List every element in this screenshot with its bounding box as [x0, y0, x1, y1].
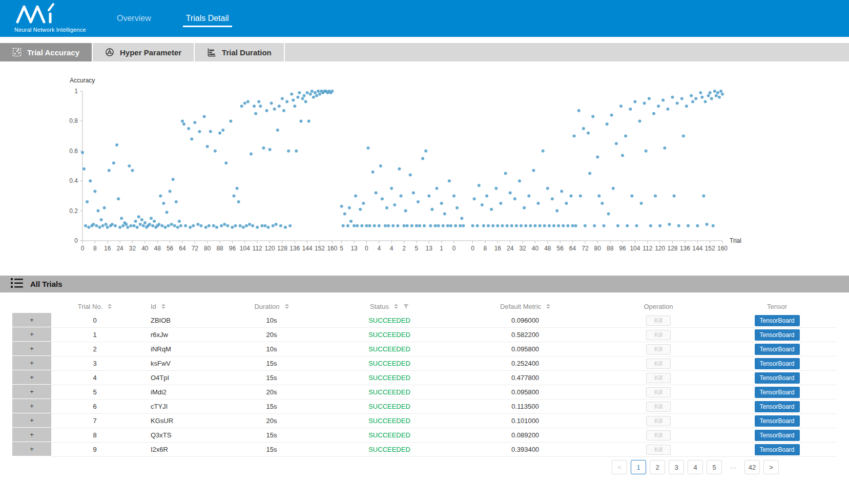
kill-button[interactable]: Kill	[646, 430, 671, 440]
page-button[interactable]: 42	[744, 460, 760, 474]
expand-row-button[interactable]: +	[12, 413, 51, 428]
tensorboard-button[interactable]: TensorBoard	[755, 344, 800, 355]
trial-no-cell: 4	[51, 371, 138, 385]
kill-button[interactable]: Kill	[646, 416, 671, 426]
tensorboard-button[interactable]: TensorBoard	[755, 444, 800, 455]
page-button[interactable]: 4	[688, 460, 703, 474]
tensorboard-button[interactable]: TensorBoard	[755, 401, 800, 412]
tensor-cell: TensorBoard	[717, 400, 837, 413]
expand-row-button[interactable]: +	[12, 342, 51, 356]
tensor-cell: TensorBoard	[717, 371, 837, 385]
nav-tab-trials-detail[interactable]: Trials Detail	[183, 7, 232, 30]
tensorboard-button[interactable]: TensorBoard	[755, 372, 800, 384]
expand-row-button[interactable]: +	[12, 385, 51, 400]
page-button[interactable]: 3	[669, 460, 684, 474]
expand-row-button[interactable]: +	[12, 399, 51, 414]
svg-text:152: 152	[315, 245, 325, 252]
expand-row-button[interactable]: +	[12, 428, 51, 443]
table-row: + 0 ZBIOB 10s SUCCEEDED 0.096000 Kill Te…	[12, 313, 837, 328]
metric-cell: 0.582200	[451, 328, 599, 342]
accuracy-scatter-chart[interactable]: 00.20.40.60.8108162432404856647280889610…	[0, 67, 849, 271]
tensorboard-button[interactable]: TensorBoard	[755, 315, 800, 326]
svg-text:112: 112	[643, 245, 652, 252]
kill-button[interactable]: Kill	[646, 344, 671, 354]
trial-no-cell: 3	[51, 356, 138, 370]
tensorboard-button[interactable]: TensorBoard	[755, 387, 800, 398]
expand-row-button[interactable]: +	[12, 356, 51, 371]
expand-row-button[interactable]: +	[12, 327, 51, 342]
column-header-tensor: Tensor	[717, 299, 837, 313]
duration-cell: 10s	[215, 313, 328, 327]
sort-icon[interactable]	[108, 304, 112, 309]
svg-text:4: 4	[377, 245, 381, 252]
sort-icon[interactable]	[161, 304, 165, 309]
column-header-trial-no[interactable]: Trial No.	[51, 299, 138, 313]
kill-button[interactable]: Kill	[646, 402, 671, 412]
page-button[interactable]: 1	[631, 460, 646, 474]
subtab-hyper-parameter[interactable]: Hyper Parameter	[93, 43, 195, 61]
tensorboard-button[interactable]: TensorBoard	[755, 415, 800, 427]
duration-cell: 15s	[215, 356, 328, 370]
page-ellipsis: ···	[726, 460, 741, 474]
nav-tab-overview[interactable]: Overview	[114, 7, 154, 30]
prev-page-button[interactable]: <	[612, 460, 627, 474]
metric-cell: 0.096000	[451, 313, 599, 327]
table-row: + 6 cTYJI 15s SUCCEEDED 0.113500 Kill Te…	[12, 400, 837, 414]
svg-text:16: 16	[104, 245, 111, 252]
tensorboard-button[interactable]: TensorBoard	[755, 430, 800, 441]
next-page-button[interactable]: >	[763, 460, 779, 474]
sort-icon[interactable]	[546, 304, 550, 309]
subtab-trial-duration[interactable]: Trial Duration	[195, 43, 285, 61]
kill-button[interactable]: Kill	[646, 330, 671, 340]
expand-row-button[interactable]: +	[12, 442, 51, 457]
status-cell: SUCCEEDED	[328, 371, 451, 385]
column-header-duration[interactable]: Duration	[215, 299, 328, 313]
svg-text:88: 88	[607, 245, 614, 252]
kill-button[interactable]: Kill	[646, 445, 671, 455]
trial-no-cell: 0	[51, 313, 138, 327]
kill-button[interactable]: Kill	[646, 316, 671, 326]
column-header-id[interactable]: Id	[138, 299, 215, 313]
kill-button[interactable]: Kill	[646, 359, 671, 369]
kill-button[interactable]: Kill	[646, 387, 671, 397]
column-header-default-metric[interactable]: Default Metric	[451, 299, 599, 313]
column-header-status[interactable]: Status	[328, 299, 451, 313]
svg-text:80: 80	[594, 245, 602, 252]
svg-text:0: 0	[81, 245, 85, 252]
subtab-trial-accuracy[interactable]: Trial Accuracy	[0, 43, 93, 61]
status-cell: SUCCEEDED	[328, 428, 451, 442]
tensorboard-button[interactable]: TensorBoard	[755, 329, 800, 341]
expand-row-button[interactable]: +	[12, 313, 51, 328]
nav-tabs: Overview Trials Detail	[114, 0, 232, 37]
svg-text:Accuracy: Accuracy	[70, 77, 95, 84]
svg-text:144: 144	[692, 245, 702, 252]
page-button[interactable]: 5	[707, 460, 722, 474]
duration-cell: 15s	[215, 428, 328, 442]
chart-canvas[interactable]: 00.20.40.60.8108162432404856647280889610…	[0, 67, 849, 271]
svg-text:5: 5	[415, 245, 419, 252]
page-button[interactable]: 2	[650, 460, 665, 474]
svg-text:56: 56	[557, 245, 564, 252]
svg-text:40: 40	[532, 245, 539, 252]
svg-text:128: 128	[277, 245, 287, 252]
svg-text:48: 48	[544, 245, 551, 252]
status-cell: SUCCEEDED	[328, 414, 451, 428]
sort-icon[interactable]	[285, 304, 289, 309]
metric-cell: 0.101000	[451, 414, 599, 428]
expand-column-header	[12, 299, 51, 313]
sort-icon[interactable]	[394, 304, 398, 309]
svg-text:120: 120	[655, 245, 665, 252]
expand-row-button[interactable]: +	[12, 370, 51, 385]
trial-no-cell: 7	[51, 414, 138, 428]
kill-button[interactable]: Kill	[646, 373, 671, 383]
tensorboard-button[interactable]: TensorBoard	[755, 358, 800, 369]
status-cell: SUCCEEDED	[328, 328, 451, 342]
svg-text:24: 24	[507, 245, 514, 252]
table-header-row: Trial No. Id Duration Status Default Met…	[12, 299, 837, 313]
brand-subtitle: Neural Network Intelligence	[14, 27, 86, 33]
tensor-cell: TensorBoard	[717, 328, 837, 342]
filter-icon[interactable]	[403, 304, 409, 309]
svg-text:13: 13	[350, 245, 358, 252]
tensor-cell: TensorBoard	[717, 342, 837, 356]
svg-text:13: 13	[426, 245, 433, 252]
